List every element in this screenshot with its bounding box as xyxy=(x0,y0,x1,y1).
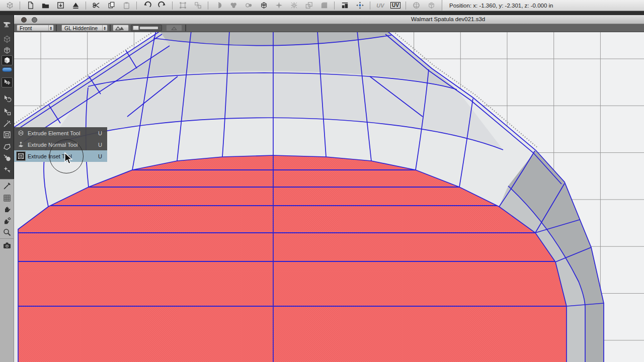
uv-unwrap-icon[interactable]: UV xyxy=(373,1,388,11)
double-triangle-icon xyxy=(115,26,127,31)
knife-tool[interactable] xyxy=(2,181,13,191)
separate-spheres-icon[interactable] xyxy=(241,1,256,11)
viewport-header: Front ▲▼ GL Hiddenline ▲▼ xyxy=(14,24,644,32)
toolbar-separator xyxy=(406,2,406,10)
toolbar-group xyxy=(175,0,205,11)
subdivide-icon[interactable] xyxy=(256,1,271,11)
sidebar-separator xyxy=(0,238,14,239)
zoom-tool[interactable] xyxy=(2,227,13,237)
window-close-button[interactable] xyxy=(21,17,27,23)
new-file-icon[interactable] xyxy=(23,1,38,11)
lattice-star-alt-icon[interactable] xyxy=(286,1,301,11)
toolbar-group xyxy=(89,0,134,11)
separator xyxy=(185,25,186,31)
camera-tool[interactable] xyxy=(2,240,13,250)
cube-view-icon[interactable] xyxy=(424,1,439,11)
toolbar-separator xyxy=(136,2,137,10)
rotate-tool[interactable] xyxy=(2,94,13,104)
toolbar-separator xyxy=(20,2,20,10)
document-titlebar[interactable]: Walmart Spatula dev021.s3d xyxy=(14,15,644,24)
export-icon[interactable] xyxy=(68,1,83,11)
undo-icon[interactable] xyxy=(139,1,154,11)
toolbar-group xyxy=(409,0,439,11)
mirror-geometry-icon[interactable] xyxy=(211,1,226,11)
focus-selection-icon[interactable] xyxy=(352,1,367,11)
lattice-star-icon[interactable] xyxy=(271,1,286,11)
tool-sidebar xyxy=(0,15,14,362)
paste-icon[interactable] xyxy=(119,1,134,11)
toolbar-group xyxy=(2,0,17,11)
mouse-cursor-icon xyxy=(63,152,74,165)
viewport-canvas[interactable] xyxy=(14,32,644,362)
toolbar-separator xyxy=(172,2,173,10)
move-tool[interactable] xyxy=(2,77,13,87)
grid-tool[interactable] xyxy=(2,193,13,203)
toolbar-separator xyxy=(334,2,335,10)
edge-mode[interactable] xyxy=(2,45,13,55)
extrude-element-tool-icon xyxy=(14,129,28,137)
magic-wand-tool[interactable] xyxy=(2,119,13,129)
menu-item-shortcut: U xyxy=(98,153,107,159)
copy-icon[interactable] xyxy=(104,1,119,11)
main-toolbar: UVUVPosition: x: -1.360, y: -2.301, z: -… xyxy=(0,0,644,11)
open-file-icon[interactable] xyxy=(38,1,53,11)
inset-tool[interactable] xyxy=(2,130,13,140)
toolbar-group xyxy=(23,0,83,11)
app-vertex-cube-icon[interactable] xyxy=(2,1,17,11)
slider-handle[interactable] xyxy=(133,26,139,30)
separator xyxy=(56,25,57,31)
extrude-inset-tool-icon xyxy=(14,151,28,161)
toolbar-group xyxy=(337,0,367,11)
sidebar-separator xyxy=(0,179,14,179)
shading-mode-select[interactable]: GL Hiddenline ▲▼ xyxy=(61,25,108,31)
ungroup-selection-icon[interactable] xyxy=(190,1,205,11)
position-readout: Position: x: -1.360, y: -2.301, z: -0.00… xyxy=(442,0,644,11)
menu-item-shortcut: U xyxy=(98,130,107,136)
weld-vertices-icon[interactable] xyxy=(226,1,241,11)
subdivision-display-button[interactable] xyxy=(113,25,129,31)
duplicate-stack-icon[interactable] xyxy=(301,1,316,11)
extrude-normal-tool-icon xyxy=(14,141,28,148)
pan-tool[interactable] xyxy=(2,204,13,214)
menu-item-extrude-element-tool[interactable]: Extrude Element ToolU xyxy=(14,127,107,139)
triangle-icon xyxy=(168,26,180,31)
orbit-tool[interactable] xyxy=(2,216,13,226)
redo-icon[interactable] xyxy=(154,1,170,11)
bevel-icon[interactable] xyxy=(316,1,332,11)
import-icon[interactable] xyxy=(53,1,68,11)
view-direction-select[interactable]: Front ▲▼ xyxy=(17,25,54,31)
toolbar-separator xyxy=(370,2,370,10)
decrease-subdivision-button[interactable] xyxy=(166,25,182,31)
menu-item-shortcut: U xyxy=(98,142,107,148)
window-gap-strip xyxy=(0,11,644,15)
toolbar-group xyxy=(211,0,332,11)
polygon-tool[interactable] xyxy=(2,142,13,152)
uv-editor-icon[interactable]: UV xyxy=(388,1,403,11)
group-selection-icon[interactable] xyxy=(175,1,190,11)
cut-icon[interactable] xyxy=(89,1,104,11)
view-direction-value: Front xyxy=(20,25,32,31)
menu-item-label: Extrude Element Tool xyxy=(28,130,98,136)
extrude-tool[interactable] xyxy=(2,153,13,163)
subdivision-level[interactable] xyxy=(2,67,12,72)
separator xyxy=(110,25,111,31)
subdivision-slider[interactable] xyxy=(131,25,162,31)
document-title: Walmart Spatula dev021.s3d xyxy=(411,16,485,22)
globe-view-icon[interactable] xyxy=(409,1,424,11)
stepper-arrows-icon: ▲▼ xyxy=(48,25,52,31)
stepper-arrows-icon: ▲▼ xyxy=(102,25,106,31)
layout-panels-icon[interactable] xyxy=(337,1,352,11)
snap-tool[interactable] xyxy=(2,165,13,175)
toolbar-group: UVUV xyxy=(373,0,403,11)
toolbar-separator xyxy=(208,2,208,10)
mesh-scene xyxy=(14,32,644,362)
scale-tool[interactable] xyxy=(2,107,13,117)
window-minimize-button[interactable] xyxy=(32,17,37,23)
toolbar-group xyxy=(139,0,170,11)
slider-fill xyxy=(140,27,158,29)
application-window: UVUVPosition: x: -1.360, y: -2.301, z: -… xyxy=(0,0,644,362)
vertex-mode[interactable] xyxy=(2,34,13,44)
silo-anvil-logo[interactable] xyxy=(2,19,13,29)
face-mode[interactable] xyxy=(2,55,13,65)
toolbar-separator xyxy=(86,2,86,10)
